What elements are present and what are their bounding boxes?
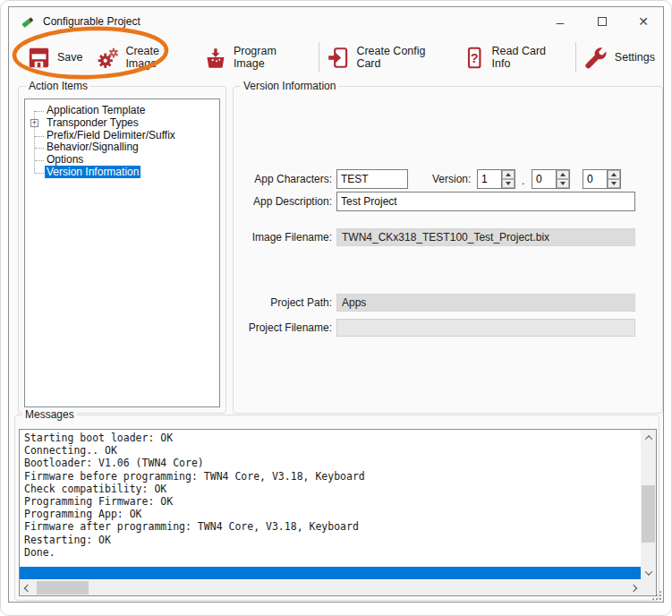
chevron-down-icon xyxy=(644,568,651,575)
tree-item-label: Application Template xyxy=(47,104,146,116)
version-minor-input[interactable] xyxy=(532,169,556,189)
settings-label: Settings xyxy=(615,51,655,64)
project-filename-field xyxy=(336,319,635,337)
arrow-up-icon xyxy=(560,173,566,176)
spin-down-button[interactable] xyxy=(557,179,569,188)
arrow-down-icon xyxy=(560,182,566,185)
chevron-up-icon xyxy=(644,435,651,442)
selected-log-line[interactable] xyxy=(20,567,641,579)
horizontal-scroll-thumb[interactable] xyxy=(37,581,89,595)
window-title: Configurable Project xyxy=(43,15,140,28)
read-card-info-label: Read Card Info xyxy=(492,45,565,70)
messages-text-area[interactable]: Starting boot loader: OK Connecting.. OK… xyxy=(20,430,641,580)
program-image-label: Program Image xyxy=(234,45,308,70)
gears-icon xyxy=(97,46,120,70)
spin-up-button[interactable] xyxy=(557,170,569,179)
maximize-button[interactable] xyxy=(591,11,613,32)
image-filename-field: TWN4_CKx318_TEST100_Test_Project.bix xyxy=(336,228,635,246)
chevron-right-icon xyxy=(629,584,636,591)
app-characters-input[interactable] xyxy=(336,169,408,189)
scroll-right-button[interactable] xyxy=(625,580,641,595)
card-question-icon: ? xyxy=(463,46,486,70)
scroll-down-button[interactable] xyxy=(641,565,656,580)
toolbar-separator xyxy=(575,42,576,73)
tree-item-label: Prefix/Field Delimiter/Suffix xyxy=(47,129,175,141)
spin-up-button[interactable] xyxy=(502,170,515,179)
messages-group: Messages Starting boot loader: OK Connec… xyxy=(14,415,659,601)
app-window-icon xyxy=(21,14,35,29)
toolbox-arrow-icon xyxy=(204,46,227,70)
create-image-button[interactable]: Create Image xyxy=(91,41,199,73)
version-major-stepper xyxy=(477,169,515,189)
image-filename-label: Image Filename: xyxy=(234,231,332,244)
log-line: Restarting: OK xyxy=(24,534,641,546)
scroll-left-button[interactable] xyxy=(20,580,35,595)
vertical-scrollbar[interactable] xyxy=(641,430,656,580)
log-line: Connecting.. OK xyxy=(24,444,641,457)
minimize-button[interactable]: – xyxy=(549,11,571,32)
settings-button[interactable]: Settings xyxy=(579,42,663,73)
version-information-group: Version Information App Characters: Vers… xyxy=(233,86,663,414)
tree-item-prefix-field-delimiter-suffix[interactable]: Prefix/Field Delimiter/Suffix xyxy=(25,130,219,142)
tree-item-transponder-types[interactable]: + Transponder Types xyxy=(25,117,219,130)
tree-item-label: Transponder Types xyxy=(47,116,139,129)
chevron-left-icon xyxy=(23,584,30,591)
version-build-stepper xyxy=(583,169,621,189)
project-path-field: Apps xyxy=(336,294,635,312)
scroll-up-button[interactable] xyxy=(641,430,656,445)
action-items-title: Action Items xyxy=(26,80,90,92)
version-build-input[interactable] xyxy=(583,169,607,189)
messages-log[interactable]: Starting boot loader: OK Connecting.. OK… xyxy=(19,429,657,596)
version-major-input[interactable] xyxy=(477,169,501,189)
toolbar: Save xyxy=(9,36,663,79)
save-floppy-icon xyxy=(27,46,51,70)
close-button[interactable]: ✕ xyxy=(633,11,654,32)
card-arrow-icon xyxy=(327,46,350,70)
create-config-card-button[interactable]: Create Config Card xyxy=(321,41,456,73)
question-glyph: ? xyxy=(471,50,479,64)
log-line: Programming Firmware: OK xyxy=(24,495,641,508)
save-button[interactable]: Save xyxy=(21,42,91,73)
action-items-tree[interactable]: Application Template + Transponder Types… xyxy=(24,98,220,407)
log-line: Programming App: OK xyxy=(24,508,641,520)
maximize-icon xyxy=(598,17,607,26)
read-card-info-button[interactable]: ? Read Card Info xyxy=(457,41,573,73)
spin-down-button[interactable] xyxy=(502,179,515,188)
tree-item-label: Options xyxy=(47,153,83,166)
version-information-title: Version Information xyxy=(241,80,338,92)
app-description-label: App Description: xyxy=(234,195,332,208)
log-line: Firmware before programming: TWN4 Core, … xyxy=(24,470,641,483)
tree-item-label: Behavior/Signalling xyxy=(47,141,139,153)
horizontal-scrollbar[interactable] xyxy=(20,580,641,595)
log-line: Bootloader: V1.06 (TWN4 Core) xyxy=(24,457,641,469)
spin-up-button[interactable] xyxy=(608,170,620,179)
messages-title: Messages xyxy=(22,408,77,421)
log-line: Check compatibility: OK xyxy=(24,483,641,495)
arrow-up-icon xyxy=(506,173,511,176)
arrow-down-icon xyxy=(506,182,511,185)
tree-item-version-information[interactable]: Version Information xyxy=(25,167,219,179)
arrow-up-icon xyxy=(611,173,617,176)
version-dot: . xyxy=(522,175,524,187)
screenshot-frame: Configurable Project – ✕ Save xyxy=(0,0,672,616)
project-path-label: Project Path: xyxy=(234,296,332,309)
program-image-button[interactable]: Program Image xyxy=(199,41,316,73)
log-line: Starting boot loader: OK xyxy=(24,432,641,444)
spin-down-button[interactable] xyxy=(608,179,620,188)
project-filename-label: Project Filename: xyxy=(234,321,332,334)
tree-item-options[interactable]: Options xyxy=(25,154,219,167)
tree-item-label-selected: Version Information xyxy=(45,166,140,178)
action-items-group: Action Items Application Template + Tran… xyxy=(18,86,226,414)
app-characters-label: App Characters: xyxy=(234,173,332,185)
app-window: Configurable Project – ✕ Save xyxy=(8,6,664,603)
create-config-card-label: Create Config Card xyxy=(356,45,448,70)
log-line: Done. xyxy=(24,546,641,559)
log-line: Firmware after programming: TWN4 Core, V… xyxy=(24,520,641,533)
wrench-icon xyxy=(584,46,608,70)
tree-item-behavior-signalling[interactable]: Behavior/Signalling xyxy=(25,141,219,154)
expand-plus-icon[interactable]: + xyxy=(30,119,38,127)
tree-item-application-template[interactable]: Application Template xyxy=(25,105,219,117)
version-minor-stepper xyxy=(532,169,570,189)
vertical-scroll-thumb[interactable] xyxy=(642,485,655,543)
app-description-input[interactable] xyxy=(336,192,635,211)
